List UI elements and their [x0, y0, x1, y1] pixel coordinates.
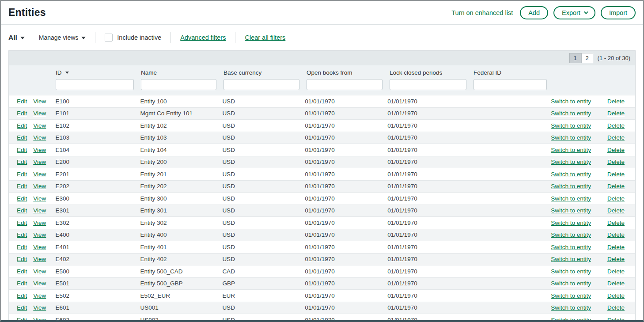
- view-link[interactable]: View: [33, 256, 46, 262]
- delete-link[interactable]: Delete: [607, 280, 625, 287]
- view-link[interactable]: View: [33, 122, 46, 129]
- edit-link[interactable]: Edit: [17, 304, 27, 311]
- switch-to-entity-link[interactable]: Switch to entity: [551, 171, 591, 178]
- base-currency-filter-input[interactable]: [224, 79, 299, 90]
- view-link[interactable]: View: [33, 280, 46, 287]
- switch-to-entity-link[interactable]: Switch to entity: [551, 220, 591, 226]
- switch-to-entity-link[interactable]: Switch to entity: [551, 110, 591, 117]
- include-inactive-checkbox[interactable]: [105, 34, 113, 42]
- view-link[interactable]: View: [33, 220, 46, 226]
- add-button[interactable]: Add: [520, 6, 548, 19]
- view-link[interactable]: View: [33, 244, 46, 250]
- view-link[interactable]: View: [33, 147, 46, 153]
- switch-to-entity-link[interactable]: Switch to entity: [551, 134, 591, 141]
- page-button-2[interactable]: 2: [581, 53, 593, 63]
- delete-link[interactable]: Delete: [607, 98, 625, 105]
- view-link[interactable]: View: [33, 171, 46, 178]
- view-selector-dropdown[interactable]: All: [8, 34, 25, 42]
- switch-to-entity-link[interactable]: Switch to entity: [551, 256, 591, 262]
- delete-link[interactable]: Delete: [607, 304, 625, 311]
- column-header-id[interactable]: ID: [56, 68, 141, 76]
- column-header-base-currency[interactable]: Base currency: [224, 68, 307, 76]
- edit-link[interactable]: Edit: [17, 292, 27, 299]
- delete-link[interactable]: Delete: [607, 292, 625, 299]
- view-link[interactable]: View: [33, 159, 46, 165]
- switch-to-entity-link[interactable]: Switch to entity: [551, 183, 591, 189]
- view-link[interactable]: View: [33, 195, 46, 202]
- delete-link[interactable]: Delete: [607, 268, 625, 275]
- edit-link[interactable]: Edit: [17, 220, 27, 226]
- edit-link[interactable]: Edit: [17, 122, 27, 129]
- view-link[interactable]: View: [33, 134, 46, 141]
- column-header-open-books-from[interactable]: Open books from: [307, 68, 390, 76]
- view-link[interactable]: View: [33, 304, 46, 311]
- advanced-filters-link[interactable]: Advanced filters: [180, 34, 226, 41]
- delete-link[interactable]: Delete: [607, 171, 625, 178]
- name-filter-input[interactable]: [141, 79, 216, 90]
- view-link[interactable]: View: [33, 207, 46, 214]
- switch-to-entity-link[interactable]: Switch to entity: [551, 280, 591, 287]
- manage-views-dropdown[interactable]: Manage views: [39, 34, 86, 41]
- edit-link[interactable]: Edit: [17, 231, 27, 238]
- edit-link[interactable]: Edit: [17, 256, 27, 262]
- edit-link[interactable]: Edit: [17, 195, 27, 202]
- switch-to-entity-link[interactable]: Switch to entity: [551, 147, 591, 153]
- column-header-name[interactable]: Name: [141, 68, 224, 76]
- edit-link[interactable]: Edit: [17, 280, 27, 287]
- view-link[interactable]: View: [33, 183, 46, 189]
- edit-link[interactable]: Edit: [17, 98, 27, 105]
- switch-to-entity-link[interactable]: Switch to entity: [551, 304, 591, 311]
- switch-to-entity-link[interactable]: Switch to entity: [551, 317, 591, 322]
- edit-link[interactable]: Edit: [17, 317, 27, 322]
- lock-closed-periods-filter-input[interactable]: [390, 79, 466, 90]
- view-link[interactable]: View: [33, 292, 46, 299]
- delete-link[interactable]: Delete: [607, 183, 625, 189]
- delete-link[interactable]: Delete: [607, 220, 625, 226]
- view-link[interactable]: View: [33, 231, 46, 238]
- delete-link[interactable]: Delete: [607, 317, 625, 322]
- edit-link[interactable]: Edit: [17, 183, 27, 189]
- switch-to-entity-link[interactable]: Switch to entity: [551, 195, 591, 202]
- switch-to-entity-link[interactable]: Switch to entity: [551, 268, 591, 275]
- column-header-federal-id[interactable]: Federal ID: [474, 68, 554, 76]
- delete-link[interactable]: Delete: [607, 231, 625, 238]
- id-filter-input[interactable]: [56, 79, 134, 90]
- open-books-from-filter-input[interactable]: [307, 79, 383, 90]
- delete-link[interactable]: Delete: [607, 195, 625, 202]
- edit-link[interactable]: Edit: [17, 171, 27, 178]
- edit-link[interactable]: Edit: [17, 244, 27, 250]
- import-button[interactable]: Import: [601, 6, 636, 19]
- edit-link[interactable]: Edit: [17, 159, 27, 165]
- view-link[interactable]: View: [33, 268, 46, 275]
- switch-to-entity-link[interactable]: Switch to entity: [551, 207, 591, 214]
- clear-all-filters-link[interactable]: Clear all filters: [245, 34, 285, 41]
- delete-link[interactable]: Delete: [607, 110, 625, 117]
- view-link[interactable]: View: [33, 317, 46, 322]
- edit-link[interactable]: Edit: [17, 110, 27, 117]
- export-button[interactable]: Export: [553, 6, 595, 19]
- edit-link[interactable]: Edit: [17, 147, 27, 153]
- federal-id-filter-input[interactable]: [474, 79, 547, 90]
- delete-link[interactable]: Delete: [607, 147, 625, 153]
- edit-link[interactable]: Edit: [17, 207, 27, 214]
- switch-to-entity-link[interactable]: Switch to entity: [551, 122, 591, 129]
- view-link[interactable]: View: [33, 110, 46, 117]
- turn-on-enhanced-list-link[interactable]: Turn on enhanced list: [451, 9, 513, 16]
- switch-to-entity-link[interactable]: Switch to entity: [551, 98, 591, 105]
- delete-link[interactable]: Delete: [607, 134, 625, 141]
- view-link[interactable]: View: [33, 98, 46, 105]
- switch-to-entity-link[interactable]: Switch to entity: [551, 231, 591, 238]
- sort-desc-icon[interactable]: [65, 72, 69, 74]
- edit-link[interactable]: Edit: [17, 268, 27, 275]
- switch-to-entity-link[interactable]: Switch to entity: [551, 244, 591, 250]
- page-button-1[interactable]: 1: [569, 53, 581, 63]
- edit-link[interactable]: Edit: [17, 134, 27, 141]
- delete-link[interactable]: Delete: [607, 122, 625, 129]
- delete-link[interactable]: Delete: [607, 256, 625, 262]
- delete-link[interactable]: Delete: [607, 207, 625, 214]
- switch-to-entity-link[interactable]: Switch to entity: [551, 292, 591, 299]
- delete-link[interactable]: Delete: [607, 159, 625, 165]
- delete-link[interactable]: Delete: [607, 244, 625, 250]
- switch-to-entity-link[interactable]: Switch to entity: [551, 159, 591, 165]
- column-header-lock-closed-periods[interactable]: Lock closed periods: [390, 68, 474, 76]
